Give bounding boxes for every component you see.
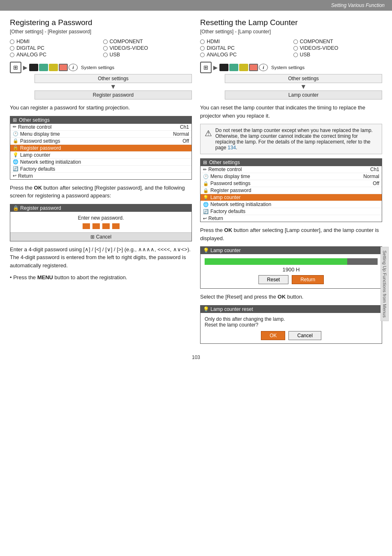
right-menu-arrow: ▼ [225, 83, 382, 90]
input-usb: USB [103, 52, 192, 58]
input-video-s-video: VIDEO/S-VIDEO [103, 45, 192, 51]
arrow-right-left: ▶ [23, 64, 28, 71]
password-dashes [14, 223, 188, 229]
right-input-list: HDMI COMPONENT DIGITAL PC VIDEO/S-VIDEO … [200, 39, 382, 58]
left-settings-icon: ⊞ [13, 117, 17, 123]
reg-prompt: Enter new password. [14, 215, 188, 221]
right-menu-diagram: ⊞ ▶ i System settings Other settings [200, 62, 382, 100]
menu-label-left: System settings [81, 65, 114, 70]
r-radio-analog-pc [200, 53, 205, 57]
lamp-bar-green [205, 258, 347, 265]
icon-remote-l: ✏ [13, 124, 16, 130]
r-settings-row-password: 🔒 Password settingsOff [201, 180, 382, 187]
icon-return-l: ↩ [13, 173, 16, 178]
radio-usb [103, 53, 108, 57]
input-digital-pc: DIGITAL PC [10, 45, 99, 51]
r-radio-digital-pc [200, 46, 205, 51]
r-icon-remote: ✏ [203, 167, 207, 172]
reset-cancel-button[interactable]: Cancel [288, 331, 321, 340]
r-settings-row-network: 🌐 Network setting initialization [201, 201, 382, 208]
reg-box-body: Enter new password. [10, 212, 191, 232]
r-icon-password: 🔒 [203, 181, 209, 186]
menu-tabs-left: i [29, 64, 78, 71]
dash-2 [92, 223, 100, 229]
r-radio-usb [293, 53, 298, 57]
menu-icon-left: ⊞ [10, 62, 21, 73]
reset-ok-button[interactable]: OK [261, 331, 285, 340]
settings-row-return-l[interactable]: ↩ Return [10, 173, 191, 179]
warning-icon: ⚠ [205, 128, 212, 138]
right-body1: You can reset the lamp counter that indi… [200, 104, 382, 120]
r-input-component: COMPONENT [293, 39, 383, 44]
lamp-box-header: 💡 Lamp counter [201, 247, 382, 254]
settings-row-register-l[interactable]: 🔒 Register password [10, 145, 191, 152]
input-component: COMPONENT [103, 39, 192, 44]
reg-box-header: 🔒 Register password [10, 204, 191, 212]
r-settings-row-lamp[interactable]: 💡 Lamp counter [201, 194, 382, 201]
warning-box: ⚠ Do not reset the lamp counter except w… [200, 124, 382, 154]
reset-box-body: Only do this after changing the lamp. Re… [201, 313, 382, 343]
settings-row-lamp-l: 💡 Lamp counter [10, 152, 191, 159]
header-title: Setting Various Function [331, 2, 385, 8]
icon-factory-l: 🔄 [13, 166, 18, 171]
lamp-counter-box: 💡 Lamp counter 1900 H Reset Return [200, 246, 382, 289]
r-tab-info: i [259, 64, 268, 71]
dash-4 [112, 223, 120, 229]
menu-tabs-right: i [219, 64, 268, 71]
reset-line1: Only do this after changing the lamp. [205, 316, 378, 322]
menu-icon-right: ⊞ [200, 62, 212, 73]
warning-text: Do not reset the lamp counter except whe… [215, 127, 378, 151]
right-subtitle: [Other settings] - [Lamp counter] [200, 29, 382, 35]
r-radio-video-s-video [293, 46, 298, 51]
right-settings-table: ⊞ Other settings ✏ Remote controlCh1 🕐 M… [200, 158, 382, 222]
tab-yellow-left [49, 64, 58, 71]
r-tab-orange [249, 64, 258, 71]
r-icon-factory: 🔄 [203, 209, 209, 214]
tab-orange-left [59, 64, 68, 71]
settings-row-network-l: 🌐 Network setting initialization [10, 159, 191, 166]
right-body2: Press the OK button after selecting [Lam… [200, 226, 382, 242]
lamp-bar-dark [347, 258, 378, 265]
lamp-reset-button[interactable]: Reset [258, 275, 288, 284]
page-header: Setting Various Function [0, 0, 392, 11]
radio-component [103, 39, 108, 44]
lamp-return-button[interactable]: Return [292, 275, 324, 284]
icon-network-l: 🌐 [13, 159, 18, 164]
lamp-reset-box: 💡 Lamp counter reset Only do this after … [200, 305, 382, 344]
reg-header-icon: 🔒 [13, 205, 19, 211]
reg-box-footer[interactable]: ⊞ Cancel [10, 232, 191, 241]
r-icon-return: ↩ [203, 216, 207, 221]
left-input-list: HDMI COMPONENT DIGITAL PC VIDEO/S-VIDEO … [10, 39, 192, 58]
r-icon-lamp: 💡 [203, 195, 209, 200]
r-settings-row-return[interactable]: ↩ Return [201, 215, 382, 222]
page-wrapper: Setting Various Function Setting Up Func… [0, 0, 392, 364]
dash-1 [83, 223, 90, 229]
r-settings-row-factory: 🔄 Factory defaults [201, 208, 382, 215]
left-body3: Enter a 4-digit password using [∧] / [<]… [10, 246, 192, 270]
left-settings-table: ⊞ Other settings ✏ Remote controlCh1 🕐 M… [10, 116, 192, 180]
page-number: 103 [0, 352, 392, 364]
r-tab-green [229, 64, 238, 71]
r-menu-label: System settings [271, 65, 304, 70]
right-column: Resetting the Lamp Counter [Other settin… [200, 18, 382, 348]
left-menu-diagram: ⊞ ▶ i System settings Other settings [10, 62, 192, 100]
lamp-buttons: Reset Return [205, 275, 378, 284]
right-menu-box2: Lamp counter [225, 90, 382, 100]
right-settings-header: ⊞ Other settings [201, 159, 382, 166]
settings-row-factory-l: 🔄 Factory defaults [10, 166, 191, 173]
icon-password-l: 🔒 [13, 138, 18, 144]
right-menu-box1: Other settings [225, 74, 382, 83]
r-settings-row-register: 🔒 Register password [201, 187, 382, 194]
r-input-usb: USB [293, 52, 383, 58]
tab-info-left: i [69, 64, 78, 71]
r-settings-row-menu-time: 🕐 Menu display timeNormal [201, 173, 382, 180]
tab-black-left [29, 64, 38, 71]
left-column: Registering a Password [Other settings] … [10, 18, 192, 348]
r-settings-icon: ⊞ [203, 160, 207, 165]
left-body1: You can register a password for starting… [10, 104, 192, 112]
reset-box-header: 💡 Lamp counter reset [201, 306, 382, 313]
left-bullet1: • Press the MENU button to abort the reg… [10, 273, 192, 282]
lamp-header-icon: 💡 [203, 248, 209, 253]
settings-row-password-l: 🔒 Password settingsOff [10, 138, 191, 145]
r-icon-menu-time: 🕐 [203, 174, 209, 179]
